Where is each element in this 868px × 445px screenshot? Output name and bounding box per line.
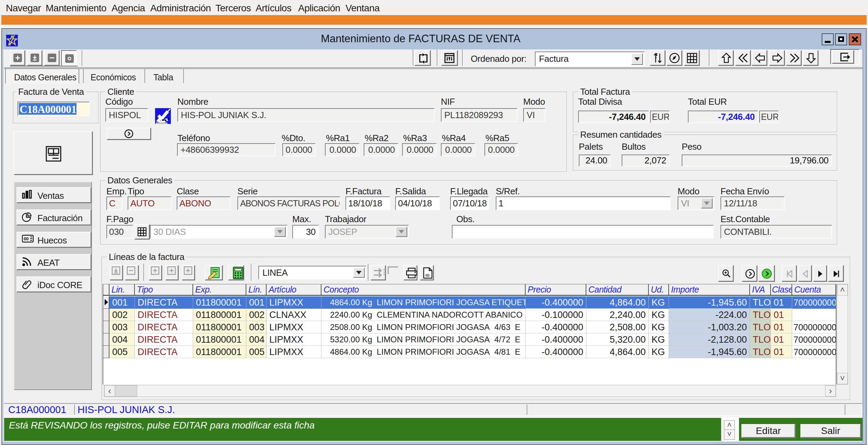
svg-text:00: 00 <box>24 236 28 241</box>
